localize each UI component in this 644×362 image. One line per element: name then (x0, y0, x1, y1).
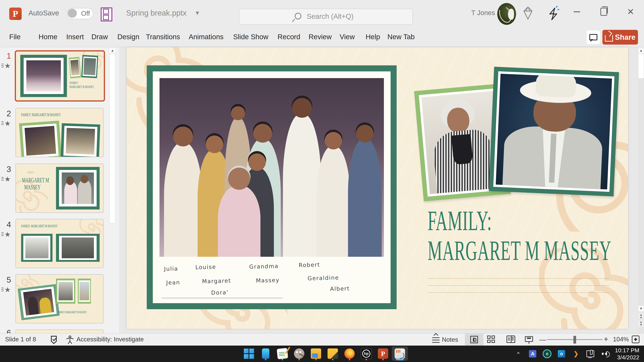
taskbar-firefox[interactable] (342, 347, 358, 361)
account-name[interactable]: T Jones (471, 9, 495, 16)
zoom-slider-thumb[interactable] (574, 336, 576, 344)
taskbar-phone-link[interactable] (258, 347, 274, 361)
slide-1-editor[interactable]: Julia Jean Louise Margaret Dora' Grandma… (126, 47, 628, 329)
taskbar-powerpoint[interactable]: P (375, 347, 391, 361)
transition-star-icon: ★ (4, 230, 11, 239)
comment-icon (589, 34, 598, 40)
slide-2-number: 2 (3, 109, 11, 118)
photo-grandfather[interactable] (489, 67, 619, 196)
tray-plex-icon[interactable]: ❯ (572, 350, 580, 358)
thumb5-title: FAMILY: MARGARET M MASSEY (58, 310, 87, 314)
fit-slide-button[interactable] (632, 336, 640, 343)
menu-design[interactable]: Design (118, 31, 139, 42)
scrollbar-thumb[interactable] (110, 54, 115, 223)
scroll-down-icon[interactable]: ▼ (638, 305, 644, 312)
save-icon[interactable] (100, 7, 112, 21)
thumb4-photo-children (21, 234, 52, 262)
share-button[interactable]: Share (602, 30, 638, 44)
menu-help[interactable]: Help (366, 31, 380, 42)
zoom-level[interactable]: 104% (613, 336, 629, 343)
autosave-toggle[interactable]: Off (67, 8, 93, 19)
thumb1-main-photo (20, 55, 67, 97)
thumbnail-slide-3[interactable]: FAMILY MARGARET M MASSEY (16, 164, 104, 213)
taskbar-file-explorer[interactable] (308, 347, 324, 361)
menu-new-tab[interactable]: New Tab (388, 31, 415, 42)
zoom-in-button[interactable]: + (604, 335, 608, 344)
view-slideshow-button[interactable] (525, 336, 533, 342)
slideshow-icon (525, 336, 533, 342)
premium-diamond-icon[interactable] (523, 6, 533, 20)
menu-record[interactable]: Record (278, 31, 300, 42)
network-icon[interactable] (586, 350, 595, 358)
close-button[interactable]: ✕ (620, 0, 641, 23)
menu-view[interactable]: View (340, 31, 355, 42)
taskbar-hp-smart[interactable]: hp (358, 347, 374, 361)
photo-person (317, 146, 350, 257)
search-input[interactable] (306, 10, 401, 22)
editing-cursor-icon[interactable] (548, 6, 560, 20)
menu-insert[interactable]: Insert (66, 31, 84, 42)
transition-star-icon: ★ (4, 175, 11, 183)
search-box[interactable] (239, 9, 413, 25)
powerpoint-app-icon[interactable]: P (9, 7, 22, 20)
taskbar-clock[interactable]: 10:17 PM 3/4/2022 (615, 347, 639, 361)
document-title[interactable]: Spring break.pptx (126, 8, 187, 17)
share-icon (605, 35, 613, 41)
slide-canvas-area: Julia Jean Louise Margaret Dora' Grandma… (119, 47, 638, 333)
taskbar-script-editor[interactable] (274, 347, 290, 361)
menu-animations[interactable]: Animations (189, 31, 224, 42)
thumbnail-slide-1[interactable]: FAMILY: MARGARET M MASSEY (15, 50, 105, 102)
avatar[interactable] (497, 3, 516, 25)
tray-outlook-icon[interactable]: o (557, 350, 566, 358)
thumb3-title: MARGARET M MASSEY (22, 177, 49, 191)
view-normal-button[interactable] (465, 334, 483, 346)
main-scrollbar[interactable]: ▲ ▼ ▲▲ ▼▼ (638, 47, 644, 333)
taskbar-gimp[interactable] (291, 347, 307, 361)
status-bar: Slide 1 of 8 Accessibility: Investigate … (0, 333, 644, 346)
minimize-button[interactable] (567, 0, 587, 23)
ruled-line (428, 278, 610, 279)
previous-slide-button[interactable]: ▲▲ (638, 313, 644, 319)
taskbar-snipping-tool[interactable] (392, 347, 408, 361)
accessibility-icon[interactable] (66, 336, 74, 344)
scrollbar-thumb[interactable] (638, 54, 644, 78)
volume-icon[interactable] (600, 350, 609, 358)
menu-draw[interactable]: Draw (92, 31, 108, 42)
menu-home[interactable]: Home (38, 31, 57, 42)
filename-caret-icon[interactable]: ▼ (194, 10, 200, 16)
photo-mat: Julia Jean Louise Margaret Dora' Grandma… (153, 71, 390, 303)
menu-file[interactable]: File (9, 31, 21, 42)
slide-title[interactable]: FAMILY: MARGARET M MASSEY (428, 206, 611, 265)
thumbnail-scrollbar[interactable]: ▲ (109, 47, 116, 333)
notes-icon (432, 337, 440, 343)
view-reading-button[interactable] (506, 336, 515, 343)
taskbar-folder-app[interactable] (325, 347, 341, 361)
accessibility-status[interactable]: Accessibility: Investigate (76, 336, 144, 343)
start-button[interactable] (241, 347, 257, 361)
menu-review[interactable]: Review (308, 31, 332, 42)
view-sorter-button[interactable] (487, 336, 495, 343)
photo-person (348, 139, 382, 257)
zoom-out-button[interactable]: — (539, 336, 546, 344)
tray-eset-icon[interactable]: e (543, 350, 552, 358)
scroll-up-icon[interactable]: ▲ (638, 47, 644, 54)
thumbnail-slide-4[interactable]: FAMILY: MARGARET M MASSEY (16, 219, 104, 268)
slide-title-line1: FAMILY: (428, 206, 611, 236)
group-photo-frame[interactable]: Julia Jean Louise Margaret Dora' Grandma… (147, 65, 397, 309)
photo-person (164, 142, 202, 257)
spellcheck-icon[interactable] (50, 336, 58, 344)
menu-transitions[interactable]: Transitions (146, 31, 180, 42)
tray-chevron-icon[interactable]: ^ (514, 350, 522, 358)
reading-view-icon (506, 336, 515, 343)
notes-button[interactable]: Notes (432, 336, 458, 343)
comments-button[interactable] (587, 30, 600, 44)
restore-button[interactable] (594, 0, 614, 23)
scroll-up-icon[interactable]: ▲ (109, 47, 116, 54)
next-slide-button[interactable]: ▼▼ (638, 321, 644, 327)
tray-acronis-icon[interactable]: A (528, 350, 537, 358)
thumbnail-slide-2[interactable]: FAMILY: MARGARET M MASSEY (16, 108, 104, 157)
transition-star-icon: ★ (4, 286, 11, 294)
thumbnail-slide-5[interactable]: FAMILY: MARGARET M MASSEY (16, 274, 104, 324)
menu-slide-show[interactable]: Slide Show (233, 31, 268, 42)
slide-title-line2: MARGARET M MASSEY (428, 236, 611, 265)
